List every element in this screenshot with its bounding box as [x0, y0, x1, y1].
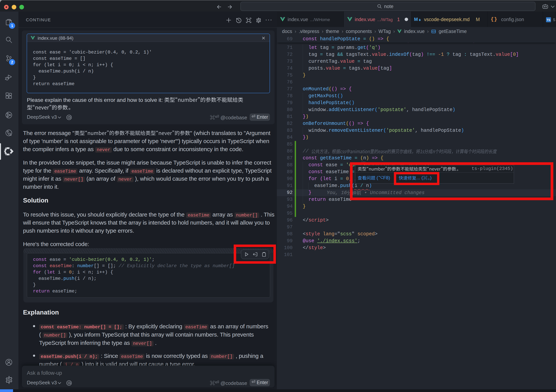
svg-text:M: M	[414, 17, 418, 22]
